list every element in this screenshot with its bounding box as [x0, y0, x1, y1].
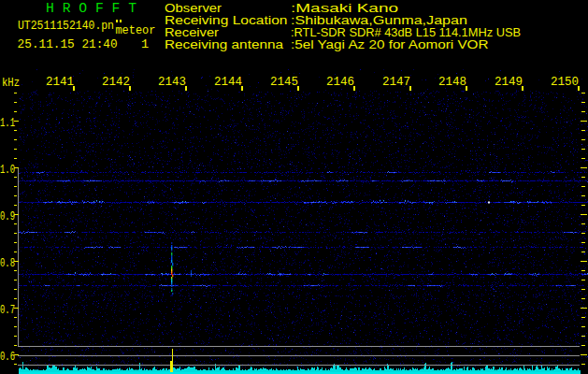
- svg-text:1: 1: [141, 37, 149, 51]
- svg-text:0.8: 0.8: [0, 256, 15, 270]
- svg-text::Shibukawa,Gunma,Japan: :Shibukawa,Gunma,Japan: [291, 14, 467, 27]
- svg-text:2148: 2148: [438, 75, 466, 89]
- svg-text::RTL-SDR SDR# 43dB L15 114.1MH: :RTL-SDR SDR# 43dB L15 114.1MHz USB: [291, 26, 521, 39]
- svg-text:2143: 2143: [158, 75, 186, 89]
- svg-text:2146: 2146: [326, 75, 354, 89]
- svg-text:2144: 2144: [214, 75, 242, 89]
- svg-text:2149: 2149: [495, 75, 523, 89]
- svg-text:2147: 2147: [382, 75, 410, 89]
- svg-text:Receiver: Receiver: [165, 26, 219, 39]
- svg-text:Receiving antenna: Receiving antenna: [165, 38, 283, 51]
- svg-text:25.11.15 21:40: 25.11.15 21:40: [18, 37, 118, 51]
- svg-text:0.9: 0.9: [0, 209, 15, 223]
- svg-text:0.7: 0.7: [0, 303, 15, 317]
- svg-text:1.1: 1.1: [0, 116, 15, 130]
- svg-text:Receiving Location: Receiving Location: [165, 14, 288, 27]
- svg-text:2142: 2142: [102, 75, 130, 89]
- svg-text:2150: 2150: [551, 75, 579, 89]
- svg-text:2141: 2141: [46, 75, 74, 89]
- svg-text:UT2511152140.pn: UT2511152140.pn: [18, 19, 114, 33]
- svg-text:meteor: meteor: [115, 23, 155, 37]
- svg-text:1.0: 1.0: [0, 163, 15, 177]
- svg-text::Masaki Kano: :Masaki Kano: [291, 2, 399, 15]
- svg-text:0.6: 0.6: [0, 350, 15, 364]
- svg-text::5el Yagi Az 20 for Aomori VOR: :5el Yagi Az 20 for Aomori VOR: [291, 38, 489, 51]
- svg-text:H R O F F T: H R O F F T: [46, 1, 136, 16]
- svg-text:2145: 2145: [270, 75, 298, 89]
- svg-text:Observer: Observer: [165, 2, 222, 15]
- svg-text:kHz: kHz: [2, 77, 20, 90]
